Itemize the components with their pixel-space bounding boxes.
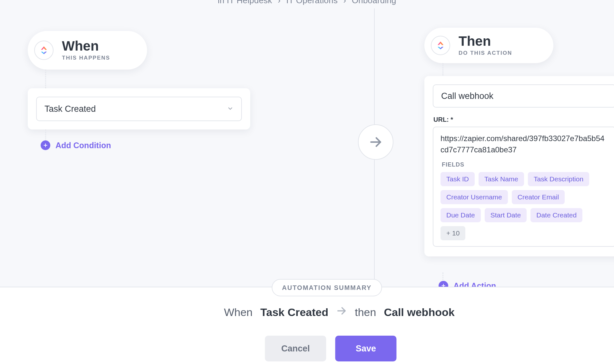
trigger-select[interactable]: Task Created <box>36 97 242 121</box>
trigger-card: Task Created <box>28 88 250 129</box>
fields-label: FIELDS <box>442 161 608 168</box>
clickup-logo-icon <box>431 36 450 55</box>
footer: AUTOMATION SUMMARY When Task Created the… <box>0 287 614 364</box>
field-chip[interactable]: Due Date <box>441 208 481 222</box>
add-condition-label: Add Condition <box>55 141 111 150</box>
action-select[interactable]: Call webhook <box>433 84 614 108</box>
field-chip[interactable]: Creator Email <box>512 190 565 204</box>
breadcrumb: in IT Helpdesk › IT Operations › Onboard… <box>0 0 614 5</box>
connector-line <box>45 70 46 90</box>
flow-arrow <box>358 124 393 160</box>
automation-canvas: When THIS HAPPENS Task Created Add Condi… <box>0 8 614 287</box>
plus-circle-icon <box>41 140 50 150</box>
chevron-right-icon: › <box>343 0 346 5</box>
url-input[interactable]: https://zapier.com/shared/397fb33027e7ba… <box>433 127 614 247</box>
when-header: When THIS HAPPENS <box>28 31 147 70</box>
breadcrumb-item[interactable]: Onboarding <box>352 0 396 5</box>
then-header: Then DO THIS ACTION <box>424 28 553 63</box>
breadcrumb-prefix: in <box>218 0 224 5</box>
field-chip[interactable]: Date Created <box>530 208 582 222</box>
action-selected-value: Call webhook <box>441 91 493 101</box>
summary-then-value: Call webhook <box>384 306 454 319</box>
automation-summary: When Task Created then Call webhook <box>64 305 614 319</box>
add-condition-button[interactable]: Add Condition <box>41 140 111 150</box>
field-chip[interactable]: Start Date <box>485 208 527 222</box>
chevron-down-icon <box>227 104 233 114</box>
breadcrumb-item[interactable]: IT Helpdesk <box>227 0 272 5</box>
field-chip[interactable]: Task Description <box>528 172 589 186</box>
action-card: Call webhook URL: * https://zapier.com/s… <box>424 76 614 256</box>
summary-when-prefix: When <box>224 306 253 319</box>
save-button[interactable]: Save <box>335 336 396 361</box>
field-chip[interactable]: Task Name <box>479 172 524 186</box>
when-title: When <box>62 39 110 53</box>
field-chip-more[interactable]: + 10 <box>441 226 465 240</box>
arrow-right-icon <box>336 305 347 319</box>
field-chip[interactable]: Creator Username <box>441 190 508 204</box>
then-title: Then <box>459 34 512 48</box>
url-field-label: URL: * <box>433 116 614 123</box>
field-chips: Task ID Task Name Task Description Creat… <box>441 172 608 240</box>
field-chip[interactable]: Task ID <box>441 172 475 186</box>
summary-when-value: Task Created <box>260 306 328 319</box>
trigger-selected-value: Task Created <box>45 104 96 114</box>
when-subtitle: THIS HAPPENS <box>62 55 110 61</box>
breadcrumb-item[interactable]: IT Operations <box>286 0 338 5</box>
url-value: https://zapier.com/shared/397fb33027e7ba… <box>441 133 608 156</box>
then-subtitle: DO THIS ACTION <box>459 50 512 56</box>
summary-then-prefix: then <box>355 306 376 319</box>
clickup-logo-icon <box>34 41 54 60</box>
cancel-button[interactable]: Cancel <box>265 336 326 361</box>
automation-summary-label: AUTOMATION SUMMARY <box>272 279 382 296</box>
chevron-right-icon: › <box>278 0 281 5</box>
